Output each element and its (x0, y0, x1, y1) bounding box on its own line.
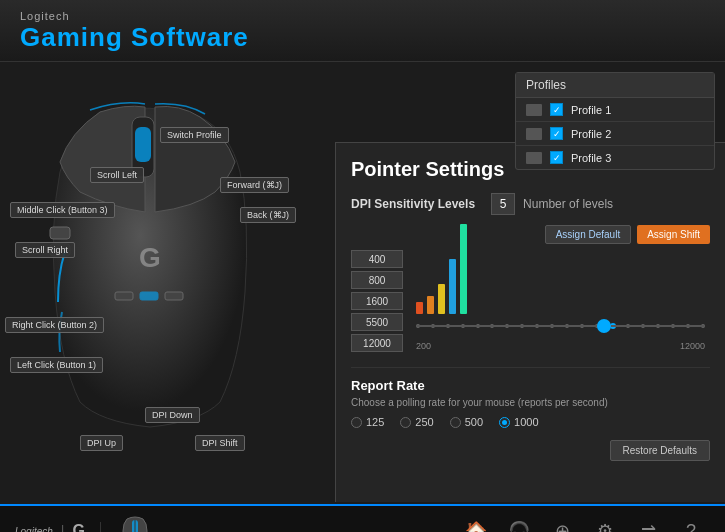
radio-item-125[interactable]: 125 (351, 416, 384, 428)
svg-rect-1 (135, 127, 151, 162)
radio-label: 125 (366, 416, 384, 428)
radio-circle (400, 417, 411, 428)
taskbar-right-icons: 🏠🎧⊕⚙⇌? (457, 512, 710, 532)
radio-item-1000[interactable]: 1000 (499, 416, 538, 428)
radio-circle (450, 417, 461, 428)
profile-checkbox[interactable]: ✓ (550, 151, 563, 164)
radio-item-250[interactable]: 250 (400, 416, 433, 428)
mouse-area: G Switch ProfileScroll LeftForward (⌘J)M… (0, 62, 320, 504)
main-area: Profiles ✓ Profile 1 ✓ Profile 2 ✓ Profi… (0, 62, 725, 504)
profile-icon (526, 152, 542, 164)
slider-thumb[interactable] (597, 319, 611, 333)
radio-circle (351, 417, 362, 428)
radio-label: 500 (465, 416, 483, 428)
taskbar-logo-text: Logitech (15, 526, 53, 533)
profile-item[interactable]: ✓ Profile 1 (516, 98, 714, 122)
num-levels-text: Number of levels (523, 197, 613, 211)
taskbar-mouse-icon[interactable] (116, 512, 154, 532)
dpi-bar (416, 302, 423, 314)
num-levels-box[interactable]: 5 (491, 193, 515, 215)
profiles-panel: Profiles ✓ Profile 1 ✓ Profile 2 ✓ Profi… (515, 72, 715, 170)
dpi-label: DPI Sensitivity Levels (351, 197, 475, 211)
dpi-main-row: 4008001600550012000 200 12000 (351, 250, 710, 352)
scale-max: 12000 (680, 341, 705, 351)
dpi-bar (449, 259, 456, 314)
report-rate-section: Report Rate Choose a polling rate for yo… (351, 367, 710, 461)
taskbar-g-label: G (72, 522, 84, 532)
profile-name: Profile 3 (571, 152, 611, 164)
scale-min: 200 (416, 341, 431, 351)
profile-name: Profile 1 (571, 104, 611, 116)
profiles-list: ✓ Profile 1 ✓ Profile 2 ✓ Profile 3 (516, 98, 714, 169)
assign-shift-button[interactable]: Assign Shift (637, 225, 710, 244)
svg-rect-5 (140, 292, 158, 300)
profile-icon (526, 128, 542, 140)
radio-item-500[interactable]: 500 (450, 416, 483, 428)
profile-checkbox[interactable]: ✓ (550, 127, 563, 140)
dpi-value-box[interactable]: 400 (351, 250, 403, 268)
taskbar-share-icon[interactable]: ⇌ (629, 512, 667, 532)
dpi-section: DPI Sensitivity Levels 5 Number of level… (351, 193, 710, 352)
profile-name: Profile 2 (571, 128, 611, 140)
radio-group: 125 250 500 1000 (351, 416, 710, 428)
taskbar-headset-icon[interactable]: 🎧 (500, 512, 538, 532)
dpi-scale: 200 12000 (411, 341, 710, 351)
radio-circle (499, 417, 510, 428)
taskbar-divider: | (61, 523, 65, 532)
slider-track (416, 325, 705, 327)
dpi-values: 4008001600550012000 (351, 250, 403, 352)
assign-default-button[interactable]: Assign Default (545, 225, 631, 244)
dpi-value-box[interactable]: 12000 (351, 334, 403, 352)
svg-rect-2 (50, 227, 70, 239)
profiles-title: Profiles (516, 73, 714, 98)
taskbar-home-icon[interactable]: 🏠 (457, 512, 495, 532)
brand-text: Logitech (20, 10, 705, 22)
taskbar-settings-icon[interactable]: ⚙ (586, 512, 624, 532)
assign-buttons-row: Assign Default Assign Shift (351, 225, 710, 244)
taskbar-brand: Logitech | G (15, 522, 101, 532)
header: Logitech Gaming Software (0, 0, 725, 62)
app-title: Gaming Software (20, 22, 705, 53)
mouse-label-dpi-shift: DPI Shift (195, 435, 245, 451)
taskbar-help-icon[interactable]: ? (672, 512, 710, 532)
dpi-value-box[interactable]: 5500 (351, 313, 403, 331)
settings-panel: Pointer Settings DPI Sensitivity Levels … (335, 142, 725, 502)
radio-label: 1000 (514, 416, 538, 428)
restore-defaults-button[interactable]: Restore Defaults (610, 440, 710, 461)
svg-rect-4 (115, 292, 133, 300)
dpi-bar (427, 296, 434, 314)
mouse-illustration: G (40, 92, 270, 432)
dpi-bar (438, 284, 445, 314)
taskbar-icons (116, 512, 154, 532)
dpi-bar (460, 224, 467, 314)
radio-label: 250 (415, 416, 433, 428)
dpi-slider[interactable] (416, 316, 705, 336)
dpi-bars (411, 254, 710, 314)
svg-text:G: G (139, 242, 161, 273)
svg-rect-6 (165, 292, 183, 300)
dpi-value-box[interactable]: 800 (351, 271, 403, 289)
dpi-value-box[interactable]: 1600 (351, 292, 403, 310)
report-rate-title: Report Rate (351, 378, 710, 393)
taskbar-crosshair-icon[interactable]: ⊕ (543, 512, 581, 532)
taskbar: Logitech | G 🏠🎧⊕⚙⇌? (0, 504, 725, 532)
mouse-label-dpi-up: DPI Up (80, 435, 123, 451)
dpi-slider-area: 200 12000 (411, 254, 710, 351)
profile-item[interactable]: ✓ Profile 2 (516, 122, 714, 146)
profile-item[interactable]: ✓ Profile 3 (516, 146, 714, 169)
profile-icon (526, 104, 542, 116)
svg-rect-3 (50, 244, 70, 256)
report-rate-desc: Choose a polling rate for your mouse (re… (351, 397, 710, 408)
profile-checkbox[interactable]: ✓ (550, 103, 563, 116)
dpi-header: DPI Sensitivity Levels 5 Number of level… (351, 193, 710, 215)
